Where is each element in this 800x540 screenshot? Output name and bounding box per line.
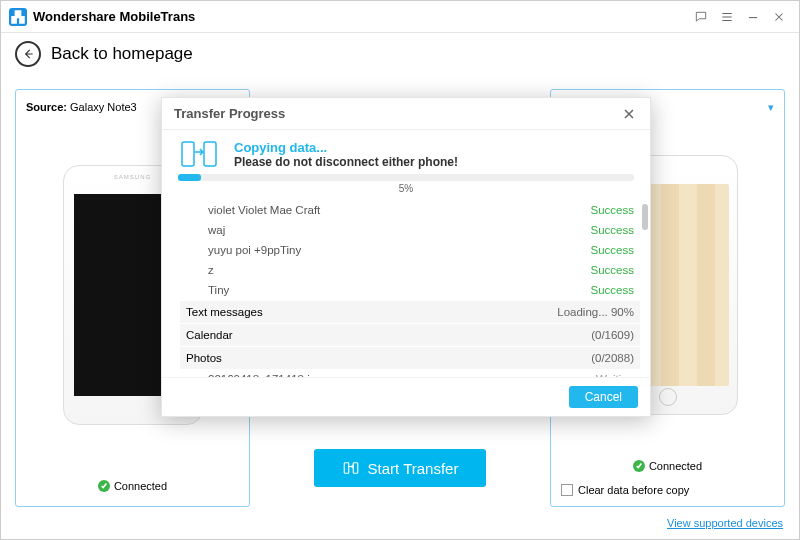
row-name: Photos [186,352,591,364]
row-status: Success [591,204,634,216]
clear-data-label: Clear data before copy [578,484,689,496]
dialog-footer: Cancel [162,377,650,416]
row-name: yuyu poi +9ppTiny [186,244,591,256]
destination-status: Connected [561,456,774,476]
back-row: Back to homepage [1,33,799,75]
svg-rect-2 [182,142,194,166]
minimize-icon[interactable] [741,5,765,29]
progress-bar [178,174,634,181]
row-name: Tiny [186,284,591,296]
app-title: Wondershare MobileTrans [33,9,195,24]
row-name: violet Violet Mae Craft [186,204,591,216]
dialog-status-row: Copying data... Please do not disconnect… [162,130,650,172]
progress-percent: 5% [178,183,634,194]
item-row: 20160418_171418.jpgWaiting [180,369,640,377]
svg-rect-1 [353,463,358,474]
row-status: (0/2088) [591,352,634,364]
back-label: Back to homepage [51,44,193,64]
clear-data-checkbox[interactable] [561,484,573,496]
item-row: violet Violet Mae CraftSuccess [180,200,640,220]
copying-label: Copying data... [234,140,458,155]
menu-icon[interactable] [715,5,739,29]
clear-data-option[interactable]: Clear data before copy [561,484,774,496]
row-name: 20160418_171418.jpg [186,373,596,377]
progress-area: 5% [162,172,650,200]
title-bar: Wondershare MobileTrans [1,1,799,33]
transfer-icon [342,459,360,477]
feedback-icon[interactable] [689,5,713,29]
source-prefix: Source: [26,101,67,113]
check-icon [633,460,645,472]
svg-rect-3 [204,142,216,166]
destination-status-text: Connected [649,460,702,472]
back-button[interactable] [15,41,41,67]
source-device: Galaxy Note3 [70,101,137,113]
row-name: z [186,264,591,276]
category-row: Text messagesLoading... 90% [180,301,640,323]
row-status: Waiting [596,373,634,377]
category-row: Photos(0/2088) [180,347,640,369]
dialog-header: Transfer Progress [162,98,650,130]
start-transfer-label: Start Transfer [368,460,459,477]
scrollbar-thumb[interactable] [642,204,648,230]
row-name: Text messages [186,306,557,318]
transfer-progress-dialog: Transfer Progress Copying data... Please… [161,97,651,417]
close-icon[interactable] [767,5,791,29]
item-row: TinySuccess [180,280,640,300]
check-icon [98,480,110,492]
item-row: yuyu poi +9ppTinySuccess [180,240,640,260]
cancel-button[interactable]: Cancel [569,386,638,408]
row-status: Loading... 90% [557,306,634,318]
row-name: Calendar [186,329,591,341]
row-status: Success [591,244,634,256]
transfer-list: violet Violet Mae CraftSuccesswajSuccess… [162,200,650,377]
start-transfer-button[interactable]: Start Transfer [314,449,487,487]
view-supported-devices-link[interactable]: View supported devices [667,517,783,529]
item-row: wajSuccess [180,220,640,240]
row-status: (0/1609) [591,329,634,341]
progress-bar-fill [178,174,201,181]
dialog-title: Transfer Progress [174,106,285,121]
row-status: Success [591,224,634,236]
warning-label: Please do not disconnect either phone! [234,155,458,169]
source-status-text: Connected [114,480,167,492]
item-row: zSuccess [180,260,640,280]
row-status: Success [591,284,634,296]
dialog-close-button[interactable] [620,105,638,123]
app-logo [9,8,27,26]
chevron-down-icon[interactable]: ▾ [768,101,774,114]
svg-rect-0 [344,463,349,474]
category-row: Calendar(0/1609) [180,324,640,346]
row-name: waj [186,224,591,236]
row-status: Success [591,264,634,276]
phone-transfer-icon [178,138,220,170]
source-status: Connected [26,476,239,496]
